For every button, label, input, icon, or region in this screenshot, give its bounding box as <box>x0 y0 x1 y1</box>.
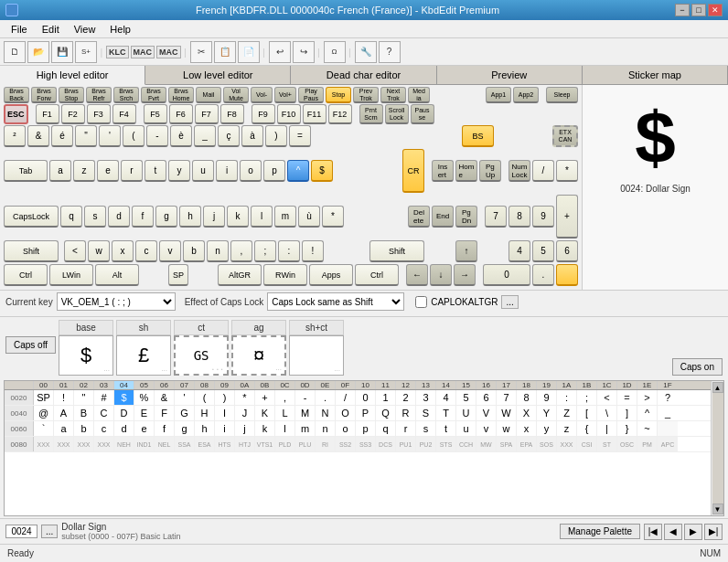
key-shift-right[interactable]: Shift <box>369 240 424 262</box>
key-equals[interactable]: = <box>289 125 311 147</box>
key-egrave[interactable]: è <box>170 125 192 147</box>
charmap-cell-0059[interactable]: Y <box>537 406 557 420</box>
menu-edit[interactable]: Edit <box>35 22 67 37</box>
key-f6[interactable]: F6 <box>169 104 193 124</box>
ag-key-box[interactable]: ¤... <box>231 335 286 376</box>
key-n[interactable]: n <box>207 240 229 262</box>
charmap-cell-009a[interactable]: XXX <box>557 437 577 451</box>
key-underscore[interactable]: _ <box>194 125 216 147</box>
charmap-cell-0043[interactable]: C <box>94 406 114 420</box>
charmap-cell-0066[interactable]: f <box>155 421 175 436</box>
charmap-cell-0062[interactable]: b <box>74 421 94 436</box>
key-minus[interactable]: - <box>146 125 168 147</box>
key-altgr[interactable]: AltGR <box>218 264 262 286</box>
key-semicolon[interactable]: ; <box>254 240 276 262</box>
key-app1[interactable]: App1 <box>486 87 511 103</box>
charmap-cell-002f[interactable]: / <box>336 390 356 405</box>
charmap-cell-0032[interactable]: 2 <box>396 390 416 405</box>
charmap-cell-004d[interactable]: M <box>295 406 316 420</box>
charmap-cell-0057[interactable]: W <box>497 406 517 420</box>
charmap-cell-0069[interactable]: i <box>215 421 235 436</box>
key-t[interactable]: t <box>145 160 166 182</box>
charmap-cell-0096[interactable]: MW <box>476 437 497 451</box>
key-f7[interactable]: F7 <box>195 104 219 124</box>
charmap-cell-006a[interactable]: j <box>235 421 255 436</box>
tab-dead-char[interactable]: Dead char editor <box>291 66 436 84</box>
key-esc[interactable]: ESC <box>4 104 28 124</box>
key-lwin[interactable]: LWin <box>49 264 93 286</box>
charmap-cell-006c[interactable]: l <box>275 421 295 436</box>
toolbar-insert-char[interactable]: Ω <box>324 41 346 63</box>
charmap-cell-0080[interactable]: XXX <box>34 437 54 451</box>
nav-prev-button[interactable]: ◀ <box>664 524 682 540</box>
charmap-cell-0092[interactable]: PU1 <box>396 437 416 451</box>
key-arrow-down[interactable]: ↓ <box>430 264 452 286</box>
effect-select[interactable]: Caps Lock same as Shift <box>267 292 404 311</box>
charmap-cell-0095[interactable]: CCH <box>456 437 476 451</box>
key-num-lock[interactable]: NumLock <box>509 160 530 182</box>
key-angle-bracket[interactable]: < <box>64 240 86 262</box>
charmap-cell-004a[interactable]: J <box>235 406 255 420</box>
key-v[interactable]: v <box>159 240 181 262</box>
charmap-cell-0084[interactable]: NEH <box>114 437 134 451</box>
toolbar-klc[interactable]: KLC <box>106 46 129 58</box>
charmap-cell-0073[interactable]: s <box>416 421 436 436</box>
key-num9[interactable]: 9 <box>532 206 554 228</box>
key-caret[interactable]: ^ <box>287 160 309 182</box>
toolbar-open[interactable]: 📂 <box>27 41 49 63</box>
toolbar-save[interactable]: 💾 <box>51 41 73 63</box>
charmap-cell-005a[interactable]: Z <box>557 406 577 420</box>
key-f5[interactable]: F5 <box>144 104 167 124</box>
key-insert[interactable]: Insert <box>432 160 454 182</box>
key-num6[interactable]: 6 <box>556 240 578 262</box>
key-brws-forw[interactable]: BrwsForw <box>31 87 57 103</box>
key-tab[interactable]: Tab <box>4 160 48 182</box>
key-sleep[interactable]: Sleep <box>546 87 578 103</box>
charmap-cell-0048[interactable]: H <box>195 406 215 420</box>
toolbar-help[interactable]: ? <box>379 41 401 63</box>
charmap-cell-0098[interactable]: EPA <box>517 437 537 451</box>
key-e[interactable]: e <box>97 160 119 182</box>
key-star[interactable]: * <box>322 206 344 228</box>
key-arrow-right[interactable]: → <box>454 264 476 286</box>
key-numpad-star[interactable]: * <box>556 160 578 182</box>
key-num-plus[interactable]: + <box>556 195 578 239</box>
charmap-cell-009c[interactable]: ST <box>597 437 617 451</box>
key-m[interactable]: m <box>274 206 296 228</box>
charmap-cell-0054[interactable]: T <box>436 406 456 420</box>
charmap-cell-002a[interactable]: * <box>235 390 255 405</box>
charmap-cell-0068[interactable]: h <box>195 421 215 436</box>
charmap-cell-003d[interactable]: = <box>617 390 637 405</box>
charmap-cell-0026[interactable]: & <box>155 390 175 405</box>
charmap-cell-005b[interactable]: [ <box>577 406 597 420</box>
charmap-cell-0047[interactable]: G <box>175 406 195 420</box>
key-u[interactable]: u <box>192 160 214 182</box>
key-eacute[interactable]: é <box>51 125 73 147</box>
charmap-cell-0041[interactable]: A <box>54 406 74 420</box>
charmap-cell-008b[interactable]: VTS1 <box>255 437 275 451</box>
key-play-paus[interactable]: PlayPaus <box>298 87 324 103</box>
charmap-cell-004e[interactable]: N <box>316 406 336 420</box>
key-page-down[interactable]: PgDn <box>455 206 477 228</box>
charmap-cell-0063[interactable]: c <box>94 421 114 436</box>
charmap-cell-0079[interactable]: y <box>537 421 557 436</box>
manage-palette-button[interactable]: Manage Palette <box>560 524 640 539</box>
key-s[interactable]: s <box>84 206 106 228</box>
charmap-scrollbar[interactable]: ▲ ▼ <box>711 381 723 515</box>
charmap-cell-0067[interactable]: g <box>175 421 195 436</box>
charmap-cell-0052[interactable]: R <box>396 406 416 420</box>
charmap-cell-005c[interactable]: \ <box>597 406 617 420</box>
key-f[interactable]: f <box>132 206 154 228</box>
key-etx-can[interactable]: ETXCAN <box>552 125 578 147</box>
key-a[interactable]: a <box>49 160 71 182</box>
nav-next-button[interactable]: ▶ <box>684 524 702 540</box>
charmap-cell-009e[interactable]: PM <box>637 437 658 451</box>
key-ctrl-right[interactable]: Ctrl <box>355 264 399 286</box>
shct-key-box[interactable]: ... <box>289 335 344 376</box>
charmap-cell-005d[interactable]: ] <box>617 406 637 420</box>
key-agrave[interactable]: à <box>241 125 263 147</box>
charmap-cell-0049[interactable]: I <box>215 406 235 420</box>
charmap-cell-006d[interactable]: m <box>295 421 316 436</box>
key-x[interactable]: x <box>112 240 134 262</box>
key-brws-stop[interactable]: BrwsStop <box>59 87 84 103</box>
